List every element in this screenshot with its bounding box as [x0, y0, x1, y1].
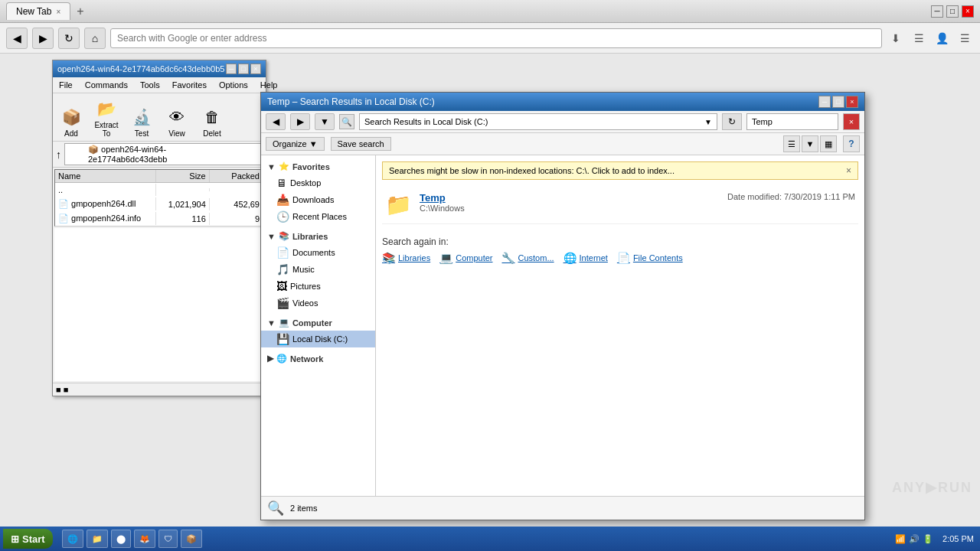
dialog-address-bar[interactable]: Search Results in Local Disk (C:) ▼ [359, 113, 717, 130]
dialog-refresh-button[interactable]: ↻ [722, 113, 742, 130]
dialog-address-dropdown-icon[interactable]: ▼ [704, 118, 712, 126]
dialog-minimize-button[interactable]: ─ [818, 96, 831, 108]
search-link-filecontents[interactable]: 📄 File Contents [617, 252, 683, 264]
sidebar-item-localdisk[interactable]: 💾 Local Disk (C:) [261, 331, 375, 347]
search-result-item: 📁 Temp C:\Windows Date modified: 7/30/20… [382, 186, 858, 224]
winrar-file-row-dll[interactable]: 📄 gmpopenh264.dll 1,021,904 452,69 [55, 197, 263, 211]
search-link-libraries[interactable]: 📚 Libraries [382, 252, 430, 264]
browser-close-button[interactable]: × [962, 5, 974, 18]
dialog-close-button[interactable]: × [846, 96, 858, 108]
refresh-button[interactable]: ↻ [58, 28, 80, 49]
sidebar-desktop-label: Desktop [290, 178, 321, 187]
taskbar-firefox-button[interactable]: 🦊 [134, 530, 155, 548]
address-input[interactable] [110, 28, 882, 48]
winrar-menu-options[interactable]: Options [214, 79, 253, 91]
dialog-back-button[interactable]: ◀ [266, 113, 286, 130]
sidebar-network-label: Network [290, 354, 323, 364]
winrar-add-button[interactable]: 📦 Add [56, 105, 87, 138]
sidebar-item-music[interactable]: 🎵 Music [261, 261, 375, 278]
organize-button[interactable]: Organize ▼ [266, 137, 325, 151]
sidebar-videos-label: Videos [292, 298, 318, 308]
browser-tab[interactable]: New Tab × [6, 2, 70, 20]
dialog-forward-button[interactable]: ▶ [290, 113, 310, 130]
sidebar-favorites-header[interactable]: ▼ ⭐ Favorites [261, 158, 375, 174]
sidebar-item-downloads[interactable]: 📥 Downloads [261, 191, 375, 208]
dialog-search-clear-button[interactable]: × [843, 113, 860, 130]
dialog-maximize-button[interactable]: □ [832, 96, 844, 108]
save-search-button[interactable]: Save search [331, 137, 391, 151]
browser-minimize-button[interactable]: ─ [931, 5, 943, 18]
winrar-delete-label: Delet [203, 129, 220, 138]
sidebar-item-desktop[interactable]: 🖥 Desktop [261, 174, 375, 191]
start-button[interactable]: ⊞ Start [3, 529, 53, 549]
view-details-button[interactable]: ▦ [820, 135, 837, 152]
search-link-internet[interactable]: 🌐 Internet [564, 252, 608, 264]
result-name[interactable]: Temp [420, 192, 720, 204]
view-list-button[interactable]: ☰ [783, 135, 800, 152]
dialog-toolbar: ◀ ▶ ▼ 🔍 Search Results in Local Disk (C:… [261, 111, 864, 133]
chrome-icon: ⬤ [116, 534, 126, 544]
search-again-section: Search again in: 📚 Libraries 💻 Computer [382, 236, 858, 264]
sidebar-network-header[interactable]: ▶ 🌐 Network [261, 350, 375, 367]
volume-tray-icon: 🔊 [909, 534, 920, 544]
browser-maximize-button[interactable]: □ [946, 5, 959, 18]
taskbar-winrar-button[interactable]: 📦 [181, 530, 202, 548]
result-info: Temp C:\Windows [420, 192, 720, 213]
winrar-file-row-parent[interactable]: .. [55, 183, 263, 197]
winrar-file-row-info[interactable]: 📄 gmpopenh264.info 116 9 [55, 211, 263, 226]
search-link-computer[interactable]: 💻 Computer [439, 252, 492, 264]
winrar-up-icon[interactable]: ↑ [56, 148, 61, 161]
libraries-icon: 📚 [279, 231, 289, 241]
winrar-minimize-button[interactable]: ─ [226, 64, 237, 74]
winrar-delete-button[interactable]: 🗑 Delet [197, 105, 227, 138]
sidebar-item-pictures[interactable]: 🖼 Pictures [261, 278, 375, 295]
menu-icon[interactable]: ☰ [956, 29, 974, 47]
organize-dropdown-icon: ▼ [309, 139, 318, 148]
view-dropdown-button[interactable]: ▼ [802, 135, 818, 152]
bookmark-icon[interactable]: ☰ [910, 29, 928, 47]
sidebar-item-videos[interactable]: 🎬 Videos [261, 295, 375, 311]
dialog-recent-button[interactable]: ▼ [315, 113, 335, 130]
title-bar-content: New Tab × + [6, 2, 931, 20]
winrar-menu-tools[interactable]: Tools [136, 79, 165, 91]
winrar-maximize-button[interactable]: □ [238, 64, 249, 74]
winrar-extractto-button[interactable]: 📂 Extract To [91, 96, 122, 138]
download-icon[interactable]: ⬇ [887, 29, 905, 47]
sidebar-item-recent[interactable]: 🕒 Recent Places [261, 208, 375, 225]
forward-button[interactable]: ▶ [32, 28, 54, 49]
organize-label: Organize [273, 139, 307, 148]
winrar-menu-file[interactable]: File [54, 79, 77, 91]
taskbar-explorer-button[interactable]: 📁 [87, 530, 108, 548]
tab-close-icon[interactable]: × [56, 8, 60, 16]
sidebar-computer-header[interactable]: ▼ 💻 Computer [261, 315, 375, 331]
music-icon: 🎵 [276, 263, 289, 276]
network-tray-icon: 📶 [895, 534, 906, 544]
sidebar-libraries-header[interactable]: ▼ 📚 Libraries [261, 228, 375, 244]
dialog-search-input[interactable] [746, 113, 838, 130]
taskbar-chrome-button[interactable]: ⬤ [111, 530, 131, 548]
winrar-status-text: ■ ■ [56, 385, 68, 394]
winrar-filesize-info: 116 [156, 213, 210, 225]
libraries-link-label: Libraries [398, 253, 430, 262]
result-date: Date modified: 7/30/2019 1:11 PM [727, 192, 855, 201]
taskbar-ie-button[interactable]: 🌐 [62, 530, 83, 548]
winrar-close-button[interactable]: × [250, 64, 261, 74]
winrar-test-button[interactable]: 🔬 Test [126, 105, 157, 138]
winrar-menu-favorites[interactable]: Favorites [168, 79, 211, 91]
winrar-file-list: Name Size Packed .. 📄 gmpopenh264.dll 1,… [54, 169, 264, 227]
taskbar-shield-button[interactable]: 🛡 [158, 530, 178, 548]
help-button[interactable]: ? [843, 135, 860, 152]
winrar-menu-commands[interactable]: Commands [80, 79, 132, 91]
home-button[interactable]: ⌂ [84, 28, 106, 49]
search-link-custom[interactable]: 🔧 Custom... [501, 252, 554, 264]
notification-close-button[interactable]: × [846, 165, 851, 176]
sidebar-item-documents[interactable]: 📄 Documents [261, 244, 375, 261]
back-button[interactable]: ◀ [6, 28, 28, 49]
new-tab-button[interactable]: + [77, 5, 83, 18]
winrar-menu-help[interactable]: Help [256, 79, 283, 91]
winrar-status-bar: ■ ■ [53, 383, 266, 396]
dialog-content: Searches might be slow in non-indexed lo… [376, 155, 864, 496]
winrar-view-button[interactable]: 👁 View [162, 105, 192, 138]
user-icon[interactable]: 👤 [933, 29, 951, 47]
dialog-action-bar: Organize ▼ Save search ☰ ▼ ▦ ? [261, 133, 864, 155]
